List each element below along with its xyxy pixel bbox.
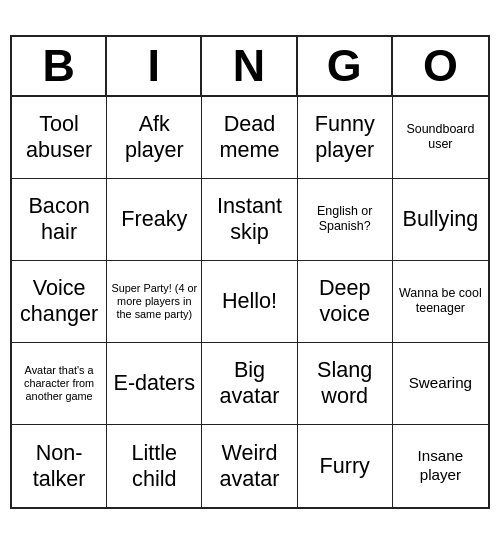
bingo-cell-14: Wanna be cool teenager	[393, 261, 488, 343]
bingo-cell-5: Bacon hair	[12, 179, 107, 261]
bingo-cell-0: Tool abuser	[12, 97, 107, 179]
bingo-cell-10: Voice changer	[12, 261, 107, 343]
header-letter-b: B	[12, 37, 107, 94]
bingo-cell-15: Avatar that's a character from another g…	[12, 343, 107, 425]
bingo-cell-text-16: E-daters	[113, 370, 195, 396]
bingo-cell-text-2: Dead meme	[205, 111, 293, 163]
bingo-cell-18: Slang word	[298, 343, 393, 425]
bingo-cell-text-3: Funny player	[301, 111, 389, 163]
bingo-cell-text-4: Soundboard user	[396, 122, 485, 152]
header-letter-g: G	[298, 37, 393, 94]
bingo-cell-text-20: Non-talker	[15, 440, 103, 492]
bingo-cell-11: Super Party! (4 or more players in the s…	[107, 261, 202, 343]
bingo-cell-text-9: Bullying	[403, 206, 479, 232]
bingo-cell-3: Funny player	[298, 97, 393, 179]
bingo-cell-text-11: Super Party! (4 or more players in the s…	[110, 282, 198, 321]
bingo-cell-text-12: Hello!	[222, 288, 277, 314]
bingo-header: BINGO	[12, 37, 488, 96]
bingo-cell-22: Weird avatar	[202, 425, 297, 507]
bingo-cell-text-1: Afk player	[110, 111, 198, 163]
header-letter-i: I	[107, 37, 202, 94]
bingo-cell-4: Soundboard user	[393, 97, 488, 179]
bingo-cell-text-8: English or Spanish?	[301, 204, 389, 234]
bingo-cell-1: Afk player	[107, 97, 202, 179]
bingo-cell-text-24: Insane player	[396, 447, 485, 483]
bingo-cell-text-18: Slang word	[301, 357, 389, 409]
bingo-cell-17: Big avatar	[202, 343, 297, 425]
bingo-cell-text-13: Deep voice	[301, 275, 389, 327]
bingo-cell-text-6: Freaky	[121, 206, 187, 232]
bingo-cell-16: E-daters	[107, 343, 202, 425]
bingo-cell-7: Instant skip	[202, 179, 297, 261]
bingo-cell-text-23: Furry	[320, 453, 370, 479]
bingo-cell-6: Freaky	[107, 179, 202, 261]
bingo-cell-text-21: Little child	[110, 440, 198, 492]
bingo-cell-text-17: Big avatar	[205, 357, 293, 409]
bingo-grid: Tool abuserAfk playerDead memeFunny play…	[12, 97, 488, 507]
header-letter-n: N	[202, 37, 297, 94]
bingo-cell-text-5: Bacon hair	[15, 193, 103, 245]
bingo-cell-text-10: Voice changer	[15, 275, 103, 327]
bingo-cell-12: Hello!	[202, 261, 297, 343]
bingo-cell-2: Dead meme	[202, 97, 297, 179]
bingo-cell-text-14: Wanna be cool teenager	[396, 286, 485, 316]
bingo-cell-13: Deep voice	[298, 261, 393, 343]
header-letter-o: O	[393, 37, 488, 94]
bingo-cell-21: Little child	[107, 425, 202, 507]
bingo-cell-20: Non-talker	[12, 425, 107, 507]
bingo-card: BINGO Tool abuserAfk playerDead memeFunn…	[10, 35, 490, 508]
bingo-cell-24: Insane player	[393, 425, 488, 507]
bingo-cell-text-0: Tool abuser	[15, 111, 103, 163]
bingo-cell-19: Swearing	[393, 343, 488, 425]
bingo-cell-text-22: Weird avatar	[205, 440, 293, 492]
bingo-cell-text-7: Instant skip	[205, 193, 293, 245]
bingo-cell-text-15: Avatar that's a character from another g…	[15, 364, 103, 403]
bingo-cell-text-19: Swearing	[409, 374, 472, 392]
bingo-cell-23: Furry	[298, 425, 393, 507]
bingo-cell-8: English or Spanish?	[298, 179, 393, 261]
bingo-cell-9: Bullying	[393, 179, 488, 261]
